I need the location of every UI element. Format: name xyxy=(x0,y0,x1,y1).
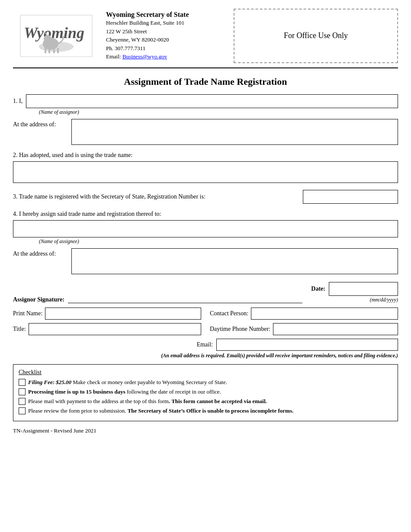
date-label: Date: xyxy=(311,285,325,292)
title-phone-row: Title: Daytime Phone Number: xyxy=(13,323,398,335)
sig-label: Assignor Signature: xyxy=(13,296,64,303)
address-area: Wyoming Secretary of State Herschler Bui… xyxy=(100,9,229,63)
office-use-box: For Office Use Only xyxy=(234,9,398,63)
checklist-text-2: Processing time is up to 15 business day… xyxy=(28,388,221,396)
checklist-checkbox-3[interactable] xyxy=(19,398,26,405)
section-2: 2. Has adopted, used and is using the tr… xyxy=(13,152,398,183)
checklist-checkbox-2[interactable] xyxy=(19,388,26,395)
logo-area: Wyoming xyxy=(13,9,100,63)
email-note-regular: Email(s) provided will receive important… xyxy=(227,353,398,359)
sec1-sublabel: (Name of assignor) xyxy=(39,109,398,115)
address-line2: 122 W 25th Street xyxy=(106,28,147,35)
sig-line[interactable] xyxy=(68,293,302,303)
signature-section: Assignor Signature: Date: (mm/dd/yyyy) xyxy=(13,282,398,303)
checklist-checkbox-4[interactable] xyxy=(19,407,26,414)
footer: TN-Assignment - Revised June 2021 xyxy=(13,427,398,434)
checklist-text-3: Please mail with payment to the address … xyxy=(28,397,267,405)
email-note: (An email address is required. Email(s) … xyxy=(13,353,398,359)
section-1: 1. I, (Name of assignor) At the address … xyxy=(13,94,398,145)
checklist-title: Checklist xyxy=(19,369,392,376)
sec1-address-label: At the address of: xyxy=(13,119,71,128)
footer-text: TN-Assignment - Revised June 2021 xyxy=(13,427,96,434)
email-row-label: Email: xyxy=(197,341,213,348)
sec4-address-input[interactable] xyxy=(71,248,398,274)
svg-point-4 xyxy=(44,35,51,43)
sec1-address-input[interactable] xyxy=(71,119,398,145)
wyoming-logo: Wyoming xyxy=(19,14,93,58)
sec1-address-field xyxy=(71,119,398,145)
date-row: Date: xyxy=(311,282,398,296)
title-input[interactable] xyxy=(29,323,201,335)
sec4-sublabel: (Name of assignee) xyxy=(39,238,398,245)
date-input[interactable] xyxy=(329,282,398,296)
header: Wyoming Wyoming Secretary of State Hersc… xyxy=(13,9,398,68)
daytime-phone-label: Daytime Phone Number: xyxy=(210,326,270,333)
svg-rect-6 xyxy=(48,48,50,53)
section-3: 3. Trade name is registered with the Sec… xyxy=(13,190,398,204)
print-name-input[interactable] xyxy=(45,308,201,320)
sec4-assignee-input[interactable] xyxy=(13,220,398,237)
sec1-top-row: 1. I, xyxy=(13,94,398,108)
email-input[interactable] xyxy=(216,339,398,351)
address-line1: Herschler Building East, Suite 101 xyxy=(106,19,184,26)
print-name-label: Print Name: xyxy=(13,310,42,317)
email-row: Email: xyxy=(13,339,398,351)
org-details: Herschler Building East, Suite 101 122 W… xyxy=(106,19,223,61)
sec3-label: 3. Trade name is registered with the Sec… xyxy=(13,193,299,200)
daytime-phone-input[interactable] xyxy=(273,323,398,335)
checklist-text-4: Please review the form prior to submissi… xyxy=(28,407,293,415)
form-title: Assignment of Trade Name Registration xyxy=(13,76,398,87)
sec4-address-row: At the address of: xyxy=(13,248,398,274)
sec4-address-label: At the address of: xyxy=(13,248,71,257)
date-right: Date: (mm/dd/yyyy) xyxy=(311,282,398,303)
contact-person-label: Contact Person: xyxy=(210,310,248,317)
sec2-trade-name-input[interactable] xyxy=(13,161,398,183)
email-label: Email: xyxy=(106,53,121,60)
checklist-text-1: Filing Fee: $25.00 Make check or money o… xyxy=(28,378,227,386)
phone: Ph. 307.777.7311 xyxy=(106,45,145,51)
checklist-item-4: Please review the form prior to submissi… xyxy=(19,407,392,415)
sec4-address-field xyxy=(71,248,398,274)
checklist-checkbox-1[interactable] xyxy=(19,379,26,386)
email-link[interactable]: Business@wyo.gov xyxy=(122,53,167,60)
section-4: 4. I hereby assign said trade name and r… xyxy=(13,211,398,274)
checklist-item-2: Processing time is up to 15 business day… xyxy=(19,388,392,396)
contact-person-input[interactable] xyxy=(251,308,398,320)
daytime-phone-col: Daytime Phone Number: xyxy=(210,323,398,335)
date-format: (mm/dd/yyyy) xyxy=(370,297,398,303)
sec1-assignor-input[interactable] xyxy=(26,94,398,108)
checklist-item-3: Please mail with payment to the address … xyxy=(19,397,392,405)
title-col: Title: xyxy=(13,323,201,335)
contact-person-col: Contact Person: xyxy=(210,308,398,320)
sec1-address-row: At the address of: xyxy=(13,119,398,145)
print-contact-row: Print Name: Contact Person: xyxy=(13,308,398,320)
sec3-row: 3. Trade name is registered with the Sec… xyxy=(13,190,398,204)
email-note-bold: (An email address is required. xyxy=(161,353,225,359)
sec3-reg-number-input[interactable] xyxy=(303,190,398,204)
sec1-label: 1. I, xyxy=(13,98,22,105)
checklist-box: Checklist Filing Fee: $25.00 Make check … xyxy=(13,364,398,422)
sig-left: Assignor Signature: xyxy=(13,293,302,303)
svg-rect-7 xyxy=(53,48,55,53)
sec4-label: 4. I hereby assign said trade name and r… xyxy=(13,211,398,218)
title-label: Title: xyxy=(13,326,26,333)
sec2-label: 2. Has adopted, used and is using the tr… xyxy=(13,152,398,159)
address-line3: Cheyenne, WY 82002-0020 xyxy=(106,36,169,43)
office-use-text: For Office Use Only xyxy=(284,31,348,40)
svg-rect-8 xyxy=(57,48,59,53)
checklist-item-1: Filing Fee: $25.00 Make check or money o… xyxy=(19,378,392,386)
org-name: Wyoming Secretary of State xyxy=(106,11,223,19)
svg-rect-5 xyxy=(45,48,46,53)
print-name-col: Print Name: xyxy=(13,308,201,320)
